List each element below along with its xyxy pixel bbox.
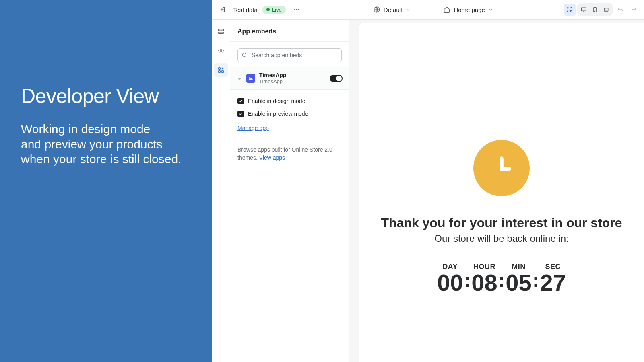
undo-icon[interactable] [614, 4, 626, 16]
status-dot-icon [266, 8, 270, 11]
app-embeds-panel: App embeds ta. TimesApp [230, 20, 349, 362]
app-name: TimesApp [259, 72, 326, 78]
app-vendor: TimesApp [259, 78, 326, 84]
promo-description: Working in design mode and preview your … [21, 121, 191, 167]
settings-icon[interactable] [214, 44, 228, 58]
checked-icon [237, 98, 244, 104]
countdown-day: DAY 00 [437, 263, 463, 294]
chevron-down-icon[interactable] [237, 76, 242, 81]
more-icon[interactable] [291, 4, 303, 16]
promo-title: Developer View [21, 84, 191, 108]
svg-point-6 [594, 11, 595, 11]
preview-area: Thank you for your interest in our store… [349, 20, 644, 362]
mobile-icon[interactable] [590, 4, 600, 15]
style-dropdown[interactable]: Default [373, 6, 411, 13]
browse-apps-text: Browse apps built for Online Store 2.0 t… [230, 139, 349, 169]
svg-rect-4 [581, 8, 586, 11]
fullscreen-icon[interactable] [601, 4, 611, 15]
svg-point-1 [296, 9, 297, 10]
device-switcher [577, 3, 613, 16]
test-data-label: Test data [233, 6, 258, 13]
sections-icon[interactable] [214, 25, 228, 38]
countdown-hour: HOUR 08 [471, 263, 497, 294]
colon-separator: : [463, 269, 472, 292]
svg-rect-7 [604, 8, 608, 11]
colon-separator: : [532, 269, 540, 292]
svg-rect-12 [219, 71, 221, 73]
svg-point-2 [298, 9, 299, 10]
divider [427, 5, 427, 14]
panel-title: App embeds [230, 20, 349, 42]
home-icon [443, 6, 450, 13]
view-apps-link[interactable]: View apps [259, 154, 285, 161]
chevron-down-icon [488, 7, 493, 12]
search-input[interactable] [237, 48, 342, 62]
svg-rect-11 [219, 68, 221, 70]
preview-canvas: Thank you for your interest in our store… [359, 23, 644, 362]
app-embeds-icon[interactable] [214, 63, 228, 77]
inspector-icon[interactable] [564, 4, 576, 16]
topbar: Test data Live Default [212, 0, 644, 20]
preview-subline: Our store will be back online in: [381, 233, 622, 244]
promo-panel: Developer View Working in design mode an… [0, 0, 212, 362]
countdown-min: MIN 05 [506, 263, 532, 294]
svg-rect-8 [219, 29, 224, 31]
app-logo: ta. [246, 74, 255, 83]
preview-headline: Thank you for your interest in our store [381, 216, 622, 230]
enable-design-checkbox[interactable]: Enable in design mode [237, 95, 342, 107]
exit-icon[interactable] [216, 4, 228, 16]
globe-icon [373, 6, 380, 13]
redo-icon[interactable] [628, 4, 640, 16]
clock-icon [473, 140, 530, 196]
checked-icon [237, 111, 244, 117]
svg-rect-9 [219, 32, 224, 34]
app-embed-item: ta. TimesApp TimesApp [230, 67, 349, 90]
countdown-timer: DAY 00 : HOUR 08 : MIN 05 [437, 263, 566, 294]
manage-app-link[interactable]: Manage app [237, 125, 269, 131]
side-rail [212, 20, 230, 362]
svg-point-10 [220, 50, 222, 52]
search-icon [242, 52, 248, 58]
countdown-sec: SEC 27 [540, 263, 566, 294]
app-enable-toggle[interactable] [330, 75, 343, 82]
page-dropdown[interactable]: Home page [443, 6, 493, 13]
svg-rect-13 [222, 71, 224, 73]
enable-preview-checkbox[interactable]: Enable in preview mode [237, 107, 342, 120]
desktop-icon[interactable] [578, 4, 589, 15]
live-badge: Live [262, 6, 286, 14]
svg-point-14 [243, 53, 246, 56]
svg-point-0 [294, 9, 295, 10]
chevron-down-icon [406, 7, 411, 12]
colon-separator: : [497, 269, 506, 292]
